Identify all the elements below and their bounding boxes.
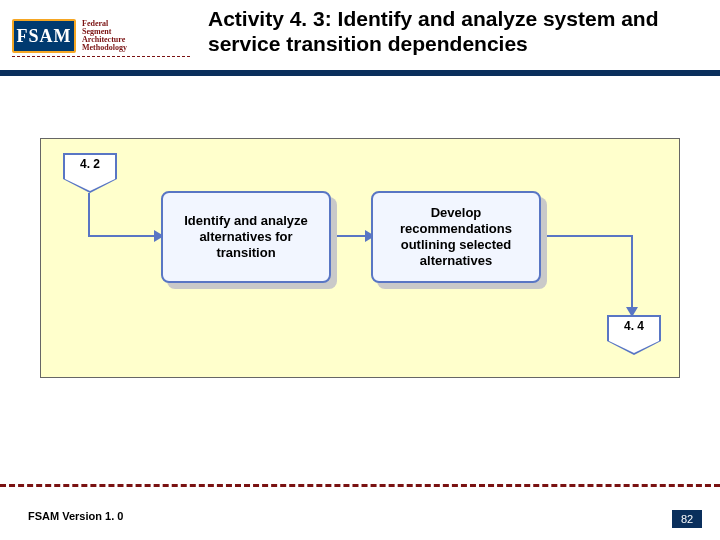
title-rule [0, 70, 720, 76]
process-box-label: Identify and analyze alternatives for tr… [171, 213, 321, 262]
fsam-logo: FSAM Federal Segment Architecture Method… [12, 14, 192, 58]
logo-badge: FSAM [12, 19, 76, 53]
offpage-connector-in: 4. 2 [63, 153, 117, 193]
slide-title: Activity 4. 3: Identify and analyze syst… [208, 6, 688, 56]
process-box-label: Develop recommendations outlining select… [381, 205, 531, 270]
footer-version: FSAM Version 1. 0 [28, 510, 123, 522]
logo-underline [12, 56, 190, 57]
footer-divider [0, 484, 720, 487]
diagram: 4. 2 Identify and analyze alternatives f… [40, 138, 680, 378]
page-number: 82 [672, 510, 702, 528]
outgoing-ref-label: 4. 4 [607, 319, 661, 333]
connector-segment [88, 235, 160, 237]
header: FSAM Federal Segment Architecture Method… [0, 0, 720, 76]
process-box-identify-alternatives: Identify and analyze alternatives for tr… [161, 191, 331, 283]
slide: FSAM Federal Segment Architecture Method… [0, 0, 720, 540]
connector-segment [547, 235, 633, 237]
process-box-develop-recommendations: Develop recommendations outlining select… [371, 191, 541, 283]
connector-segment [88, 193, 90, 237]
logo-copy: Federal Segment Architecture Methodology [82, 20, 127, 52]
connector-segment [631, 235, 633, 313]
logo-line4: Methodology [82, 44, 127, 52]
logo-badge-text: FSAM [17, 26, 72, 47]
incoming-ref-label: 4. 2 [63, 157, 117, 171]
offpage-connector-out: 4. 4 [607, 315, 661, 355]
